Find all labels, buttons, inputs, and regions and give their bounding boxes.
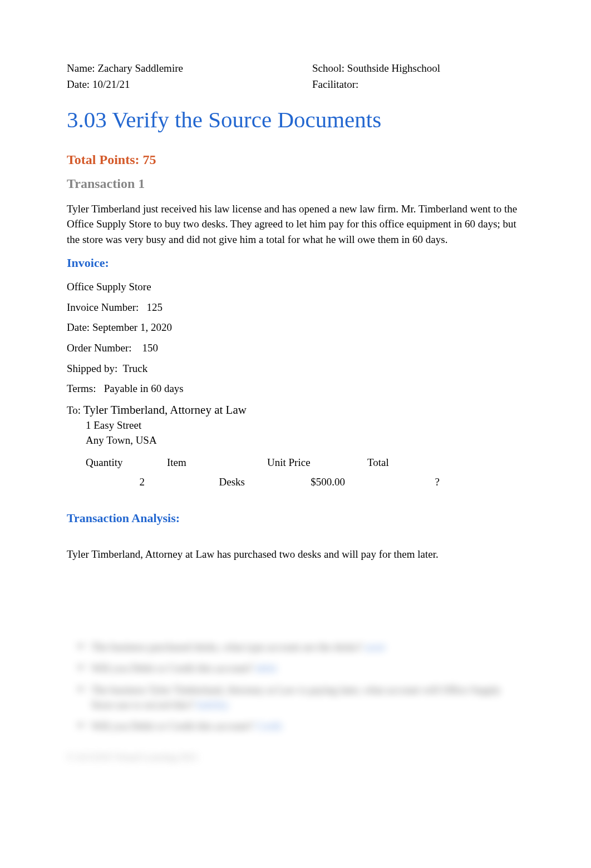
row-total: ? [367,475,462,490]
q2-text: Will you Debit or Credit this account? [91,662,253,674]
order-number-line: Order Number: 150 [67,341,524,356]
blurred-question-list: The business purchased desks, what type … [67,640,524,734]
analysis-heading: Transaction Analysis: [67,510,524,527]
blurred-q2: Will you Debit or Credit this account? d… [78,661,524,676]
intro-paragraph: Tyler Timberland just received his law l… [67,201,524,247]
row-unit-price: $500.00 [267,475,367,490]
invoice-store: Office Supply Store [67,280,524,295]
invoice-date-label: Date: [67,320,90,335]
header-row-2: Date: 10/21/21 Facilitator: [67,77,524,92]
q3-text: The business Tyler Timberland, Attorney … [91,684,501,711]
row-quantity: 2 [67,475,167,490]
order-number-value: 150 [142,342,159,354]
invoice-heading: Invoice: [67,255,524,272]
blurred-q4: Will you Debit or Credit this account? C… [78,719,524,734]
terms-label: Terms: [67,381,96,396]
shipped-by-line: Shipped by: Truck [67,361,524,376]
col-header-quantity: Quantity [67,455,167,470]
name-value: Zachary Saddlemire [97,62,183,74]
facilitator-label: Facilitator: [312,78,358,90]
blurred-q1: The business purchased desks, what type … [78,640,524,655]
invoice-number-label: Invoice Number: [67,300,139,315]
to-city: Any Town, USA [67,433,524,448]
school-field: School: Southside Highschool [279,61,524,76]
q3-answer: liability [196,699,229,711]
shipped-by-value: Truck [122,363,147,374]
facilitator-field: Facilitator: [279,77,524,92]
to-street: 1 Easy Street [67,418,524,433]
invoice-date-line: Date: September 1, 2020 [67,320,524,335]
date-label: Date: [67,78,92,90]
col-header-total: Total [367,455,462,470]
shipped-by-label: Shipped by: [67,361,117,376]
analysis-text: Tyler Timberland, Attorney at Law has pu… [67,547,524,562]
name-label: Name: [67,62,97,74]
transaction-heading: Transaction 1 [67,175,524,194]
terms-line: Terms: Payable in 60 days [67,381,524,396]
total-points: Total Points: 75 [67,151,524,170]
q2-answer: debit [255,662,277,674]
invoice-date-value: September 1, 2020 [92,321,172,333]
school-value: Southside Highschool [347,62,440,74]
q4-text: Will you Debit or Credit this account? [91,720,253,732]
invoice-number-value: 125 [147,301,163,313]
to-name: Tyler Timberland, Attorney at Law [83,403,247,416]
row-item: Desks [167,475,267,490]
terms-value: Payable in 60 days [104,383,184,394]
q1-answer: asset [365,641,385,653]
invoice-table-headers: Quantity Item Unit Price Total [67,455,524,470]
order-number-label: Order Number: [67,341,132,356]
to-block: To: Tyler Timberland, Attorney at Law 1 … [67,402,524,448]
school-label: School: [312,62,347,74]
blurred-q3: The business Tyler Timberland, Attorney … [78,683,524,712]
date-field: Date: 10/21/21 [67,77,279,92]
name-field: Name: Zachary Saddlemire [67,61,279,76]
header-row-1: Name: Zachary Saddlemire School: Southsi… [67,61,524,76]
date-value: 10/21/21 [92,78,130,90]
col-header-unit-price: Unit Price [267,455,367,470]
col-header-item: Item [167,455,267,470]
to-label: To: [67,404,81,416]
page-title: 3.03 Verify the Source Documents [67,104,524,136]
invoice-number-line: Invoice Number: 125 [67,300,524,315]
q4-answer: Credit [255,720,282,732]
q1-text: The business purchased desks, what type … [91,641,362,653]
blurred-questions-section: The business purchased desks, what type … [67,640,524,764]
invoice-table-row: 2 Desks $500.00 ? [67,475,524,490]
copyright-text: © ACCESS Virtual Learning 2021 [67,751,524,764]
